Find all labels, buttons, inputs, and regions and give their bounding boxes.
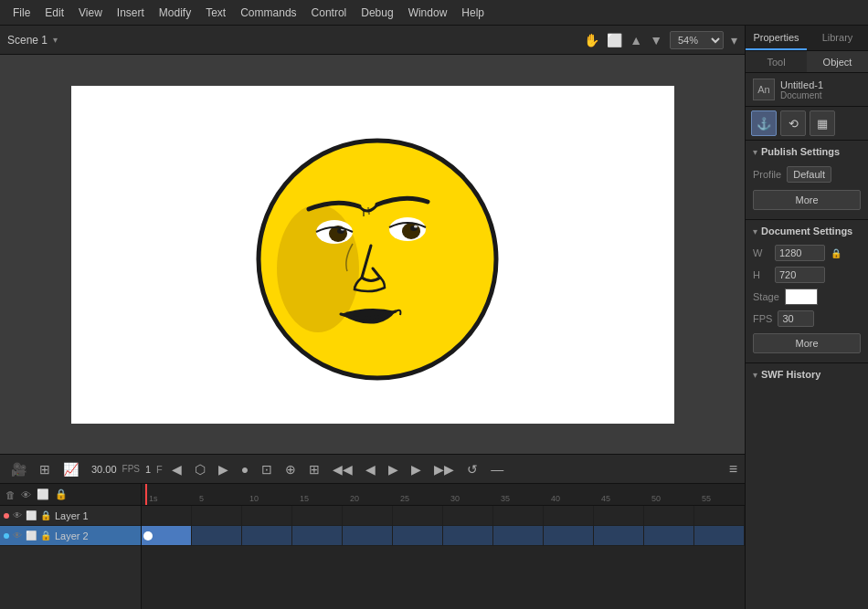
right-panel: Properties Library Tool Object An Untitl… (745, 26, 868, 609)
play-icon[interactable]: ▶ (385, 460, 402, 478)
stage-color-picker[interactable] (785, 289, 818, 305)
lock-icon[interactable]: 🔒 (831, 248, 842, 258)
onion-skin-icon[interactable]: ● (238, 460, 252, 478)
tab-object[interactable]: Object (807, 51, 868, 72)
filter-tool-btn[interactable]: ▦ (810, 110, 835, 136)
scene-label: Scene 1 (7, 34, 48, 47)
clip-icon[interactable]: ⬜ (607, 33, 622, 47)
swf-history-collapse-icon: ▾ (753, 370, 757, 380)
graph-icon[interactable]: 📈 (59, 460, 82, 478)
publish-settings-collapse-icon: ▾ (753, 147, 757, 157)
track-row[interactable] (142, 526, 745, 546)
next-keyframe-icon[interactable]: ▶ (215, 460, 232, 478)
layer-outline-icon[interactable]: ⬜ (26, 510, 37, 520)
snap-icon[interactable]: ⊕ (281, 460, 300, 478)
edit-multiple-icon[interactable]: ⊡ (258, 460, 276, 478)
menu-window[interactable]: Window (401, 5, 455, 21)
layers-icon[interactable]: ⊞ (36, 460, 54, 478)
zoom-select[interactable]: 25% 50% 54% 75% 100% (670, 31, 724, 49)
delete-layer-icon[interactable]: 🗑 (5, 489, 16, 500)
layer-name: Layer 1 (55, 510, 137, 521)
track-cell (443, 506, 493, 525)
lock-layer-icon[interactable]: 🔒 (55, 488, 68, 500)
doc-settings-header[interactable]: ▾ Document Settings (746, 220, 868, 242)
layer-vis-icon2[interactable]: 👁 (13, 530, 22, 541)
publish-more-button[interactable]: More (753, 190, 861, 210)
ruler-mark: 40 (551, 494, 601, 503)
track-cell (343, 506, 393, 525)
ruler-mark: 5 (199, 494, 249, 503)
width-label: W (753, 247, 769, 258)
layer-vis-icon[interactable]: 👁 (13, 510, 22, 520)
menu-insert[interactable]: Insert (110, 5, 152, 21)
scene-dropdown-icon[interactable]: ▾ (53, 35, 58, 45)
fps-input[interactable] (778, 310, 814, 327)
menu-debug[interactable]: Debug (354, 5, 400, 21)
layer-row[interactable]: 👁 ⬜ 🔒 Layer 2 (0, 526, 141, 546)
track-cell (694, 506, 745, 525)
menu-help[interactable]: Help (454, 5, 492, 21)
track-cell (443, 526, 493, 545)
step-forward-icon[interactable]: ▶ (408, 460, 425, 478)
tab-library[interactable]: Library (807, 26, 868, 50)
publish-settings-header[interactable]: ▾ Publish Settings (746, 141, 868, 163)
doc-name: Untitled-1 (780, 79, 823, 90)
step-back-icon[interactable]: ◀ (362, 460, 379, 478)
hand-tool-icon[interactable]: ✋ (584, 33, 599, 47)
zoom-down-icon[interactable]: ▼ (650, 33, 662, 47)
dropdown-arrow-icon[interactable]: ▾ (731, 33, 737, 47)
menu-commands[interactable]: Commands (233, 5, 303, 21)
tab-tool[interactable]: Tool (746, 51, 807, 72)
minus-icon[interactable]: — (487, 460, 507, 478)
width-input[interactable] (775, 245, 825, 261)
track-row[interactable] (142, 506, 745, 526)
track-cell (242, 506, 292, 525)
ruler-mark: 15 (300, 494, 350, 503)
zoom-up-icon[interactable]: ▲ (630, 33, 642, 47)
svg-point-8 (402, 223, 420, 239)
anchor-tool-btn[interactable]: ⚓ (751, 110, 777, 136)
layer-lock-icon[interactable]: 🔒 (40, 510, 51, 520)
profile-value[interactable]: Default (787, 166, 831, 183)
track-cell (694, 526, 745, 545)
track-cell-filled (142, 526, 192, 545)
height-label: H (753, 269, 769, 280)
canvas-side: Scene 1 ▾ ✋ ⬜ ▲ ▼ 25% 50% 54% 75% 100% ▾ (0, 26, 745, 609)
eye-icon[interactable]: 👁 (21, 489, 31, 500)
rewind-icon[interactable]: ◀◀ (329, 460, 356, 478)
height-input[interactable] (775, 267, 825, 283)
transform-tool-btn[interactable]: ⟲ (780, 110, 806, 136)
prev-keyframe-icon[interactable]: ◀ (168, 460, 185, 478)
menu-view[interactable]: View (71, 5, 110, 21)
tab-properties[interactable]: Properties (746, 26, 807, 50)
stage-row: Stage (746, 286, 868, 308)
menu-control[interactable]: Control (304, 5, 355, 21)
publish-profile-row: Profile Default (746, 163, 868, 186)
layer-row[interactable]: 👁 ⬜ 🔒 Layer 1 (0, 506, 141, 526)
swf-history-header[interactable]: ▾ SWF History (746, 363, 868, 385)
layer-outline-icon2[interactable]: ⬜ (26, 530, 37, 541)
doc-more-button[interactable]: More (753, 333, 861, 353)
loop-icon[interactable]: ↺ (463, 460, 482, 478)
menu-modify[interactable]: Modify (152, 5, 198, 21)
stage-canvas (71, 86, 674, 424)
panel-tabs: Properties Library (746, 26, 868, 51)
timeline-body: 🗑 👁 ⬜ 🔒 👁 ⬜ 🔒 Layer 1 (0, 484, 745, 609)
outline-icon[interactable]: ⬜ (37, 488, 49, 500)
menu-file[interactable]: File (5, 5, 37, 21)
layer-lock-icon2[interactable]: 🔒 (40, 530, 51, 541)
menu-edit[interactable]: Edit (37, 5, 71, 21)
height-row: H (746, 264, 868, 286)
timeline-layers: 🗑 👁 ⬜ 🔒 👁 ⬜ 🔒 Layer 1 (0, 484, 142, 609)
timeline-overflow-icon[interactable]: ≡ (729, 461, 737, 478)
fast-forward-icon[interactable]: ▶▶ (430, 460, 458, 478)
camera-icon[interactable]: 🎥 (7, 460, 30, 478)
menu-text[interactable]: Text (198, 5, 233, 21)
insert-keyframe-icon[interactable]: ⬡ (191, 460, 209, 478)
ruler-mark: 45 (601, 494, 651, 503)
fit-icon[interactable]: ⊞ (305, 460, 323, 478)
layer-rows: 👁 ⬜ 🔒 Layer 1 👁 ⬜ 🔒 Layer 2 (0, 506, 141, 609)
ruler-mark: 30 (450, 494, 501, 503)
layer-color-dot (4, 513, 9, 519)
timeline-tracks (142, 506, 745, 546)
